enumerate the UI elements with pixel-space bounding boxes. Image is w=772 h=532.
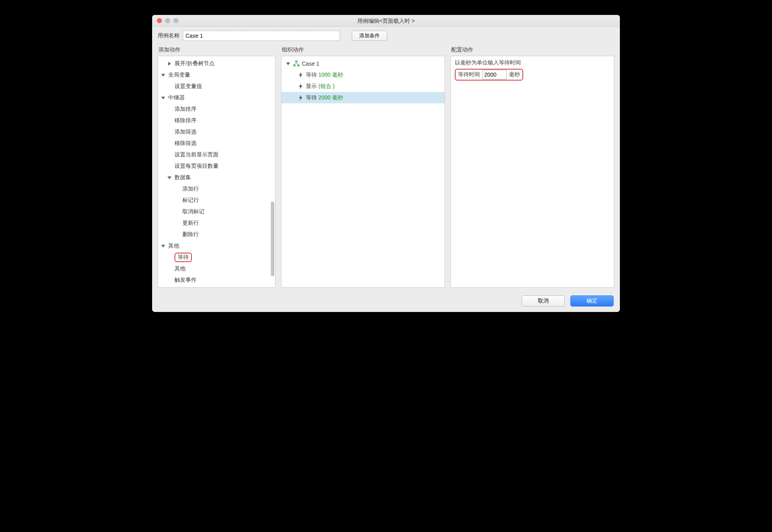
footer: 取消 确定 xyxy=(152,292,620,312)
tree-item-set-var[interactable]: 设置变量值 xyxy=(158,81,275,92)
tree-group-global-var[interactable]: 全局变量 xyxy=(158,69,275,81)
organize-header: 组织动作 xyxy=(281,45,445,56)
wait-time-input[interactable] xyxy=(482,70,507,79)
chevron-down-icon xyxy=(285,61,291,66)
config-header: 配置动作 xyxy=(450,45,614,56)
chevron-right-icon xyxy=(167,61,172,66)
svg-marker-2 xyxy=(161,97,165,99)
tree-group-repeater[interactable]: 中继器 xyxy=(158,92,275,103)
bolt-icon xyxy=(298,72,303,78)
action-wait-2000[interactable]: 等待 2000 毫秒 xyxy=(281,92,445,103)
organize-panel: Case 1 等待 1000 毫秒 显示 (组合 ) 等待 2000 毫秒 xyxy=(281,56,445,288)
scrollbar[interactable] xyxy=(271,202,274,276)
bolt-icon xyxy=(298,95,303,101)
tree-item-expand-collapse[interactable]: 展开/折叠树节点 xyxy=(158,58,275,69)
cancel-button[interactable]: 取消 xyxy=(522,295,565,306)
svg-marker-11 xyxy=(299,95,303,101)
case-name-input[interactable] xyxy=(183,31,340,41)
bolt-icon xyxy=(298,84,303,89)
close-icon[interactable] xyxy=(157,18,162,23)
add-action-panel: 展开/折叠树节点 全局变量 设置变量值 中继器 xyxy=(158,56,276,288)
tree-group-dataset[interactable]: 数据集 xyxy=(158,172,275,183)
svg-marker-9 xyxy=(299,72,303,78)
tree-item-unmark-row[interactable]: 取消标记 xyxy=(158,206,275,217)
titlebar[interactable]: 用例编辑<页面载入时 > xyxy=(152,15,620,27)
case-name-label: 用例名称 xyxy=(158,32,180,39)
tree-item-set-items-per-page[interactable]: 设置每页项目数量 xyxy=(158,160,275,172)
action-show[interactable]: 显示 (组合 ) xyxy=(281,81,445,92)
svg-rect-7 xyxy=(293,64,296,66)
minimize-icon[interactable] xyxy=(165,18,170,23)
dialog-window: 用例编辑<页面载入时 > 用例名称 添加条件 添加动作 展开/折叠树节点 xyxy=(152,15,620,312)
chevron-down-icon xyxy=(167,175,172,180)
tree-item-delete-row[interactable]: 删除行 xyxy=(158,229,275,240)
window-title: 用例编辑<页面载入时 > xyxy=(357,18,415,24)
tree-item-add-filter[interactable]: 添加筛选 xyxy=(158,126,275,138)
add-condition-button[interactable]: 添加条件 xyxy=(352,31,387,41)
wait-time-unit: 毫秒 xyxy=(509,71,520,78)
tree-item-add-sort[interactable]: 添加排序 xyxy=(158,103,275,115)
tree-item-mark-row[interactable]: 标记行 xyxy=(158,194,275,206)
tree-group-other[interactable]: 其他 xyxy=(158,240,275,251)
svg-marker-1 xyxy=(161,74,165,77)
chevron-down-icon xyxy=(160,243,166,249)
zoom-icon[interactable] xyxy=(173,18,178,23)
tree-item-remove-filter[interactable]: 移除筛选 xyxy=(158,138,275,149)
svg-marker-5 xyxy=(286,62,290,65)
tree-item-fire-event[interactable]: 触发事件 xyxy=(158,274,275,286)
svg-rect-8 xyxy=(297,64,300,66)
svg-rect-6 xyxy=(295,61,298,62)
tree-item-other[interactable]: 其他 xyxy=(158,263,275,274)
window-controls xyxy=(157,18,178,23)
highlighted-wait: 等待 xyxy=(175,253,192,262)
config-prompt: 以毫秒为单位输入等待时间 xyxy=(455,59,610,66)
tree-item-set-current-page[interactable]: 设置当前显示页面 xyxy=(158,149,275,160)
svg-marker-3 xyxy=(167,176,171,179)
config-panel: 以毫秒为单位输入等待时间 等待时间 毫秒 xyxy=(450,56,614,288)
chevron-down-icon xyxy=(160,95,166,101)
svg-marker-0 xyxy=(168,62,171,66)
action-wait-1000[interactable]: 等待 1000 毫秒 xyxy=(281,69,445,81)
highlighted-config: 等待时间 毫秒 xyxy=(455,69,523,81)
chevron-down-icon xyxy=(160,72,166,78)
wait-time-label: 等待时间 xyxy=(458,71,480,78)
case-node[interactable]: Case 1 xyxy=(281,58,445,69)
tree-item-remove-sort[interactable]: 移除排序 xyxy=(158,115,275,126)
tree-item-update-row[interactable]: 更新行 xyxy=(158,217,275,229)
svg-marker-4 xyxy=(161,245,165,248)
add-action-header: 添加动作 xyxy=(158,45,276,56)
svg-marker-10 xyxy=(299,84,303,89)
ok-button[interactable]: 确定 xyxy=(570,295,614,306)
toolbar: 用例名称 添加条件 xyxy=(152,27,620,43)
actions-tree: 展开/折叠树节点 全局变量 设置变量值 中继器 xyxy=(158,56,275,287)
flow-icon xyxy=(293,61,300,67)
tree-item-add-row[interactable]: 添加行 xyxy=(158,183,275,194)
tree-item-wait[interactable]: 等待 xyxy=(158,251,275,263)
